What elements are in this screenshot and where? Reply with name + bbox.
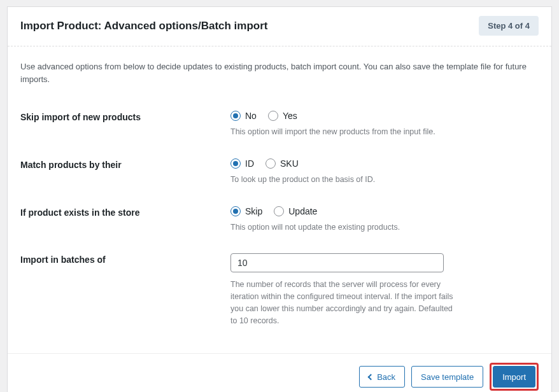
radio-match-sku[interactable]: SKU [265,158,299,169]
radio-skip-no[interactable]: No [230,111,257,121]
radio-group-skip: No Yes [230,111,460,121]
panel-body: Use advanced options from below to decid… [8,46,551,353]
radio-skip-yes[interactable]: Yes [268,111,297,121]
page-title: Import Product: Advanced options/Batch i… [20,20,268,32]
help-exists: This option will not update the existing… [230,221,460,234]
import-panel: Import Product: Advanced options/Batch i… [7,6,552,392]
panel-footer: Back Save template Import [8,353,551,392]
import-button[interactable]: Import [493,366,535,388]
control-batch: The number of records that the server wi… [230,253,460,326]
label-skip-import: Skip import of new products [20,111,230,138]
back-button[interactable]: Back [359,366,405,388]
radio-exists-skip[interactable]: Skip [230,206,262,216]
help-match: To look up the product on the basis of I… [230,174,460,186]
radio-label: ID [245,158,254,169]
radio-icon [230,111,241,121]
radio-icon [230,158,241,169]
control-if-exists: Skip Update This option will not update … [230,206,460,234]
radio-label: Yes [283,111,297,121]
label-batch: Import in batches of [20,253,230,326]
step-badge: Step 4 of 4 [479,16,539,36]
row-skip-import: Skip import of new products No Yes This … [20,111,539,138]
save-template-label: Save template [421,372,474,382]
intro-text: Use advanced options from below to decid… [20,60,539,85]
radio-match-id[interactable]: ID [230,158,254,169]
help-skip: This option will import the new products… [230,126,460,138]
radio-label: Skip [245,206,262,216]
batch-input[interactable] [230,253,444,272]
highlight-annotation: Import [490,363,539,391]
control-skip-import: No Yes This option will import the new p… [230,111,460,138]
row-match-by: Match products by their ID SKU To look u… [20,158,539,186]
label-if-exists: If product exists in the store [20,206,230,234]
radio-label: SKU [280,158,299,169]
control-match-by: ID SKU To look up the product on the bas… [230,158,460,186]
radio-icon [274,206,284,216]
row-batch: Import in batches of The number of recor… [20,253,539,326]
radio-exists-update[interactable]: Update [274,206,317,216]
radio-label: Update [288,206,317,216]
chevron-left-icon [368,374,374,380]
save-template-button[interactable]: Save template [411,366,483,388]
row-if-exists: If product exists in the store Skip Upda… [20,206,539,234]
back-label: Back [377,372,395,382]
radio-group-exists: Skip Update [230,206,460,216]
radio-icon [268,111,278,121]
radio-group-match: ID SKU [230,158,460,169]
panel-header: Import Product: Advanced options/Batch i… [8,7,551,46]
radio-icon [230,206,241,216]
radio-label: No [245,111,257,121]
help-batch: The number of records that the server wi… [230,279,460,326]
import-label: Import [502,372,526,382]
radio-icon [265,158,276,169]
label-match-by: Match products by their [20,158,230,186]
